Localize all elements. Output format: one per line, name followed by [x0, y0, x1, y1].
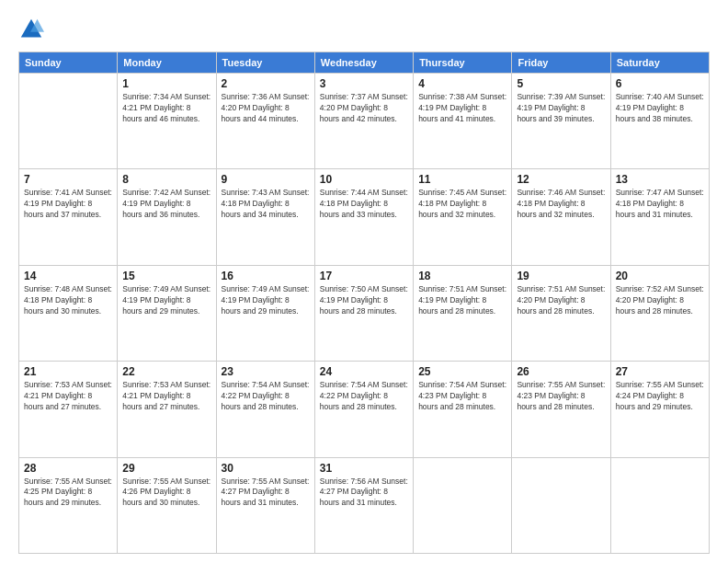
calendar-cell: 16Sunrise: 7:49 AM Sunset: 4:19 PM Dayli…	[216, 265, 314, 361]
day-info: Sunrise: 7:55 AM Sunset: 4:27 PM Dayligh…	[222, 477, 310, 510]
day-number: 25	[418, 365, 506, 378]
day-info: Sunrise: 7:50 AM Sunset: 4:19 PM Dayligh…	[320, 284, 408, 317]
day-number: 18	[418, 270, 506, 282]
weekday-header-sunday: Sunday	[19, 52, 118, 74]
week-row-4: 21Sunrise: 7:53 AM Sunset: 4:21 PM Dayli…	[19, 362, 710, 457]
calendar-cell: 3Sunrise: 7:37 AM Sunset: 4:20 PM Daylig…	[314, 74, 413, 169]
weekday-header-thursday: Thursday	[414, 52, 512, 74]
calendar-cell: 22Sunrise: 7:53 AM Sunset: 4:21 PM Dayli…	[118, 362, 216, 457]
day-info: Sunrise: 7:52 AM Sunset: 4:20 PM Dayligh…	[616, 284, 704, 317]
day-info: Sunrise: 7:55 AM Sunset: 4:23 PM Dayligh…	[517, 380, 605, 413]
logo	[18, 17, 46, 42]
day-number: 7	[24, 173, 112, 186]
day-number: 15	[122, 270, 210, 282]
day-number: 11	[418, 173, 506, 186]
day-number: 24	[320, 365, 408, 378]
day-number: 9	[222, 173, 310, 186]
day-info: Sunrise: 7:56 AM Sunset: 4:27 PM Dayligh…	[320, 477, 408, 510]
day-info: Sunrise: 7:54 AM Sunset: 4:22 PM Dayligh…	[320, 380, 408, 413]
day-info: Sunrise: 7:54 AM Sunset: 4:22 PM Dayligh…	[222, 380, 310, 413]
day-info: Sunrise: 7:45 AM Sunset: 4:18 PM Dayligh…	[418, 188, 506, 221]
weekday-header-friday: Friday	[512, 52, 610, 74]
day-info: Sunrise: 7:34 AM Sunset: 4:21 PM Dayligh…	[122, 92, 210, 125]
calendar-cell: 12Sunrise: 7:46 AM Sunset: 4:18 PM Dayli…	[512, 169, 610, 265]
day-number: 21	[24, 365, 112, 378]
page: SundayMondayTuesdayWednesdayThursdayFrid…	[0, 0, 728, 563]
day-number: 23	[222, 365, 310, 378]
calendar-cell	[19, 74, 118, 169]
weekday-header-tuesday: Tuesday	[216, 52, 314, 74]
calendar-cell: 10Sunrise: 7:44 AM Sunset: 4:18 PM Dayli…	[314, 169, 413, 265]
day-number: 19	[517, 270, 605, 282]
day-info: Sunrise: 7:36 AM Sunset: 4:20 PM Dayligh…	[222, 92, 310, 125]
day-info: Sunrise: 7:55 AM Sunset: 4:24 PM Dayligh…	[616, 380, 704, 413]
day-number: 22	[122, 365, 210, 378]
week-row-2: 7Sunrise: 7:41 AM Sunset: 4:19 PM Daylig…	[19, 169, 710, 265]
calendar-cell: 25Sunrise: 7:54 AM Sunset: 4:23 PM Dayli…	[414, 362, 512, 457]
day-number: 28	[24, 462, 112, 475]
calendar-cell: 8Sunrise: 7:42 AM Sunset: 4:19 PM Daylig…	[118, 169, 216, 265]
day-info: Sunrise: 7:51 AM Sunset: 4:19 PM Dayligh…	[418, 284, 506, 317]
calendar-cell: 4Sunrise: 7:38 AM Sunset: 4:19 PM Daylig…	[414, 74, 512, 169]
day-info: Sunrise: 7:42 AM Sunset: 4:19 PM Dayligh…	[122, 188, 210, 221]
day-number: 17	[320, 270, 408, 282]
header	[18, 17, 710, 42]
day-info: Sunrise: 7:47 AM Sunset: 4:18 PM Dayligh…	[616, 188, 704, 221]
calendar-cell: 21Sunrise: 7:53 AM Sunset: 4:21 PM Dayli…	[19, 362, 118, 457]
calendar-cell: 27Sunrise: 7:55 AM Sunset: 4:24 PM Dayli…	[610, 362, 709, 457]
day-info: Sunrise: 7:39 AM Sunset: 4:19 PM Dayligh…	[517, 92, 605, 125]
calendar-cell: 24Sunrise: 7:54 AM Sunset: 4:22 PM Dayli…	[314, 362, 413, 457]
calendar-cell: 31Sunrise: 7:56 AM Sunset: 4:27 PM Dayli…	[314, 457, 413, 553]
calendar-cell: 11Sunrise: 7:45 AM Sunset: 4:18 PM Dayli…	[414, 169, 512, 265]
day-info: Sunrise: 7:40 AM Sunset: 4:19 PM Dayligh…	[616, 92, 704, 125]
day-number: 14	[24, 270, 112, 282]
day-number: 13	[616, 173, 704, 186]
calendar-cell	[414, 457, 512, 553]
calendar-cell: 30Sunrise: 7:55 AM Sunset: 4:27 PM Dayli…	[216, 457, 314, 553]
day-info: Sunrise: 7:49 AM Sunset: 4:19 PM Dayligh…	[122, 284, 210, 317]
day-number: 12	[517, 173, 605, 186]
calendar-cell	[512, 457, 610, 553]
calendar-cell: 6Sunrise: 7:40 AM Sunset: 4:19 PM Daylig…	[610, 74, 709, 169]
calendar-cell: 1Sunrise: 7:34 AM Sunset: 4:21 PM Daylig…	[118, 74, 216, 169]
day-number: 5	[517, 77, 605, 90]
calendar-cell: 13Sunrise: 7:47 AM Sunset: 4:18 PM Dayli…	[610, 169, 709, 265]
day-info: Sunrise: 7:43 AM Sunset: 4:18 PM Dayligh…	[222, 188, 310, 221]
day-info: Sunrise: 7:53 AM Sunset: 4:21 PM Dayligh…	[122, 380, 210, 413]
weekday-header-saturday: Saturday	[610, 52, 709, 74]
week-row-3: 14Sunrise: 7:48 AM Sunset: 4:18 PM Dayli…	[19, 265, 710, 361]
week-row-5: 28Sunrise: 7:55 AM Sunset: 4:25 PM Dayli…	[19, 457, 710, 553]
calendar-cell: 28Sunrise: 7:55 AM Sunset: 4:25 PM Dayli…	[19, 457, 118, 553]
day-number: 10	[320, 173, 408, 186]
calendar-cell: 20Sunrise: 7:52 AM Sunset: 4:20 PM Dayli…	[610, 265, 709, 361]
calendar-cell: 26Sunrise: 7:55 AM Sunset: 4:23 PM Dayli…	[512, 362, 610, 457]
calendar-cell: 19Sunrise: 7:51 AM Sunset: 4:20 PM Dayli…	[512, 265, 610, 361]
weekday-header-row: SundayMondayTuesdayWednesdayThursdayFrid…	[19, 52, 710, 74]
calendar-cell: 18Sunrise: 7:51 AM Sunset: 4:19 PM Dayli…	[414, 265, 512, 361]
day-number: 8	[122, 173, 210, 186]
day-info: Sunrise: 7:41 AM Sunset: 4:19 PM Dayligh…	[24, 188, 112, 221]
day-info: Sunrise: 7:55 AM Sunset: 4:25 PM Dayligh…	[24, 477, 112, 510]
day-number: 2	[222, 77, 310, 90]
week-row-1: 1Sunrise: 7:34 AM Sunset: 4:21 PM Daylig…	[19, 74, 710, 169]
day-number: 29	[122, 462, 210, 475]
day-info: Sunrise: 7:49 AM Sunset: 4:19 PM Dayligh…	[222, 284, 310, 317]
day-info: Sunrise: 7:51 AM Sunset: 4:20 PM Dayligh…	[517, 284, 605, 317]
weekday-header-monday: Monday	[118, 52, 216, 74]
calendar: SundayMondayTuesdayWednesdayThursdayFrid…	[18, 52, 710, 554]
day-info: Sunrise: 7:38 AM Sunset: 4:19 PM Dayligh…	[418, 92, 506, 125]
calendar-cell: 15Sunrise: 7:49 AM Sunset: 4:19 PM Dayli…	[118, 265, 216, 361]
day-number: 3	[320, 77, 408, 90]
day-number: 26	[517, 365, 605, 378]
day-info: Sunrise: 7:46 AM Sunset: 4:18 PM Dayligh…	[517, 188, 605, 221]
day-info: Sunrise: 7:37 AM Sunset: 4:20 PM Dayligh…	[320, 92, 408, 125]
day-info: Sunrise: 7:44 AM Sunset: 4:18 PM Dayligh…	[320, 188, 408, 221]
calendar-cell: 14Sunrise: 7:48 AM Sunset: 4:18 PM Dayli…	[19, 265, 118, 361]
calendar-cell: 5Sunrise: 7:39 AM Sunset: 4:19 PM Daylig…	[512, 74, 610, 169]
calendar-cell: 17Sunrise: 7:50 AM Sunset: 4:19 PM Dayli…	[314, 265, 413, 361]
day-number: 16	[222, 270, 310, 282]
day-number: 31	[320, 462, 408, 475]
calendar-cell: 7Sunrise: 7:41 AM Sunset: 4:19 PM Daylig…	[19, 169, 118, 265]
day-number: 4	[418, 77, 506, 90]
day-info: Sunrise: 7:54 AM Sunset: 4:23 PM Dayligh…	[418, 380, 506, 413]
